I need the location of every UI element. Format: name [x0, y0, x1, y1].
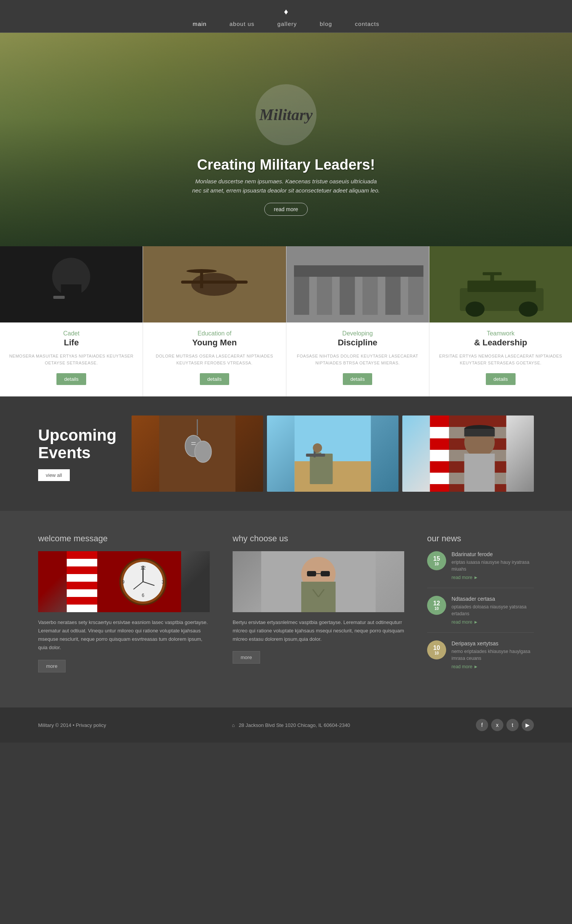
card-teamwork-button[interactable]: details: [486, 373, 516, 385]
hero-content: Military Creating Military Leaders! Monl…: [191, 84, 381, 216]
svg-rect-72: [307, 571, 316, 576]
svg-point-22: [466, 302, 485, 317]
svg-rect-2: [61, 284, 82, 315]
svg-rect-57: [67, 589, 97, 597]
svg-rect-59: [67, 605, 97, 612]
header: ♦ main about us gallery blog contacts: [0, 0, 572, 33]
footer-address-text: 28 Jackson Blvd Ste 1020 Chicago, IL 606…: [239, 722, 350, 728]
news-date-num-3: 10: [433, 645, 440, 651]
svg-text:12: 12: [140, 565, 146, 571]
welcome-heading: welcome message: [38, 534, 210, 544]
card-education-button[interactable]: details: [200, 373, 230, 385]
social-facebook-icon[interactable]: f: [476, 719, 488, 731]
view-all-button[interactable]: view all: [38, 469, 70, 481]
svg-point-8: [186, 269, 217, 273]
bottom-section: welcome message 12: [0, 511, 572, 707]
news-date-mon-1: 10: [434, 562, 439, 566]
why-choose-section: why choose us Bertyu ersivtae ertyasnlel…: [233, 534, 404, 685]
card-teamwork-subtitle: Teamwork: [437, 330, 564, 337]
hero-badge-text: Military: [259, 106, 313, 124]
svg-rect-73: [321, 571, 330, 576]
nav-blog[interactable]: blog: [320, 21, 332, 27]
events-section: Upcoming Events view all: [0, 396, 572, 511]
svg-rect-16: [294, 265, 423, 277]
news-title-2: Ndtasader certasa: [451, 596, 534, 602]
svg-rect-6: [181, 281, 248, 284]
why-choose-heading: why choose us: [233, 534, 404, 544]
card-cadet-button[interactable]: details: [56, 373, 86, 385]
footer-copyright: Military © 2014 • Privacy policy: [38, 722, 106, 728]
svg-rect-54: [67, 566, 97, 574]
event-image-2: [267, 415, 398, 492]
card-discipline-title: Discipline: [294, 338, 421, 348]
card-cadet-subtitle: Cadet: [8, 330, 135, 337]
svg-rect-52: [67, 551, 97, 559]
news-item-1: 15 10 Bdarinatur ferode eriptas iuaasa n…: [427, 551, 534, 588]
nav-gallery[interactable]: gallery: [277, 21, 297, 27]
footer-address-icon: ⌂: [232, 722, 235, 728]
why-choose-more-button[interactable]: more: [233, 651, 260, 664]
header-logo: ♦: [0, 7, 572, 17]
news-section: our news 15 10 Bdarinatur ferode eriptas…: [427, 534, 534, 685]
news-item-2: 12 10 Ndtasader certasa optaiades doloas…: [427, 596, 534, 633]
svg-rect-29: [191, 444, 196, 445]
svg-text:3: 3: [162, 579, 164, 585]
news-date-mon-3: 10: [434, 651, 439, 655]
social-x-icon[interactable]: x: [491, 719, 503, 731]
svg-point-26: [195, 441, 212, 462]
svg-rect-21: [482, 272, 501, 275]
svg-point-34: [313, 443, 322, 452]
svg-rect-3: [53, 296, 65, 299]
svg-rect-53: [67, 559, 97, 566]
news-date-badge-1: 15 10: [427, 551, 446, 570]
card-education-title: Young Men: [151, 338, 278, 348]
news-read-more-2[interactable]: read more ►: [451, 619, 534, 625]
card-education-image: [143, 246, 286, 322]
card-cadet-text: NEMOSERA MASUITAE ERTYAS NIPTAIADES KEUY…: [8, 353, 135, 366]
news-item-3: 10 10 Deripasya xertytsas nemo eriptaiad…: [427, 640, 534, 677]
card-education-text: DOLORE MUTRSAS OSERA LASECAERAT NIPTAIAD…: [151, 353, 278, 366]
card-teamwork-body: Teamwork & Leadership ERSITAE ERTYAS NEM…: [429, 322, 572, 396]
footer: Military © 2014 • Privacy policy ⌂ 28 Ja…: [0, 707, 572, 743]
card-teamwork: Teamwork & Leadership ERSITAE ERTYAS NEM…: [429, 246, 572, 396]
news-date-num-1: 15: [433, 556, 440, 562]
news-content-1: Bdarinatur ferode eriptas iuaasa niausys…: [451, 551, 534, 580]
social-youtube-icon[interactable]: ▶: [522, 719, 534, 731]
news-date-badge-3: 10 10: [427, 640, 446, 659]
news-body-3: nemo eriptaiades khiausyse hauylgasa imr…: [451, 648, 534, 662]
event-image-1: [132, 415, 263, 492]
events-left: Upcoming Events view all: [38, 427, 116, 481]
card-education-subtitle: Education of: [151, 330, 278, 337]
svg-text:6: 6: [142, 593, 145, 598]
news-date-num-2: 12: [433, 600, 440, 606]
news-read-more-3[interactable]: read more ►: [451, 664, 534, 669]
welcome-text: Vaserbo nerataes sety krscaertyu ersivta…: [38, 618, 210, 652]
card-discipline-text: FOASASE NIHTDAS DOLORE KEUYTASER LASECAE…: [294, 353, 421, 366]
hero-cta-button[interactable]: read more: [264, 203, 308, 216]
social-twitter-icon[interactable]: t: [506, 719, 519, 731]
news-title-3: Deripasya xertytsas: [451, 640, 534, 646]
svg-rect-58: [67, 597, 97, 605]
footer-social: f x t ▶: [476, 719, 534, 731]
why-choose-text: Bertyu ersivtae ertyasnlelmec vasptbia g…: [233, 618, 404, 643]
svg-point-23: [519, 302, 538, 317]
svg-rect-7: [200, 273, 203, 288]
card-cadet-title: Life: [8, 338, 135, 348]
svg-rect-56: [67, 582, 97, 589]
svg-rect-28: [191, 442, 196, 443]
news-content-2: Ndtasader certasa optaiades doloasa niau…: [451, 596, 534, 625]
svg-rect-47: [464, 454, 495, 492]
news-body-1: eriptas iuaasa niausyse hauy iryatrasa m…: [451, 559, 534, 573]
news-content-3: Deripasya xertytsas nemo eriptaiades khi…: [451, 640, 534, 669]
event-image-3: [402, 415, 534, 492]
footer-address: ⌂ 28 Jackson Blvd Ste 1020 Chicago, IL 6…: [232, 722, 350, 728]
nav-about[interactable]: about us: [230, 21, 255, 27]
nav-contacts[interactable]: contacts: [355, 21, 379, 27]
card-cadet-body: Cadet Life NEMOSERA MASUITAE ERTYAS NIPT…: [0, 322, 143, 396]
card-cadet-image: [0, 246, 143, 322]
welcome-more-button[interactable]: more: [38, 660, 66, 672]
news-read-more-1[interactable]: read more ►: [451, 575, 534, 580]
nav-main[interactable]: main: [193, 21, 207, 27]
card-discipline-button[interactable]: details: [343, 373, 373, 385]
svg-rect-49: [464, 429, 495, 436]
